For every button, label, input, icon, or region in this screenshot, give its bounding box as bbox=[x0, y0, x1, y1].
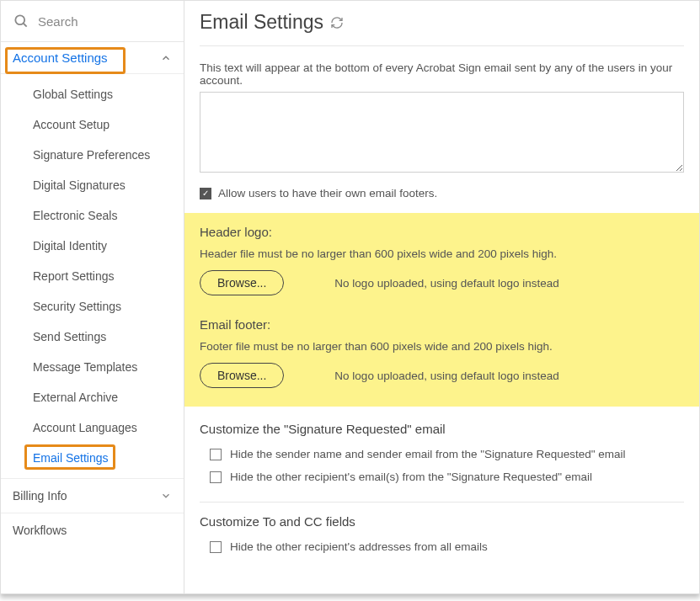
header-logo-status: No logo uploaded, using default logo ins… bbox=[334, 277, 558, 290]
email-footer-title: Email footer: bbox=[200, 317, 684, 332]
nav-digital-identity[interactable]: Digital Identity bbox=[1, 231, 184, 261]
email-footer-desc: Footer file must be no larger than 600 p… bbox=[200, 340, 684, 353]
nav-section-label: Workflows bbox=[13, 524, 67, 537]
svg-line-1 bbox=[24, 24, 27, 27]
nav-global-settings[interactable]: Global Settings bbox=[1, 79, 184, 109]
refresh-icon[interactable] bbox=[330, 16, 344, 29]
option-label: Hide the other recipient's addresses fro… bbox=[230, 540, 488, 553]
nav-report-settings[interactable]: Report Settings bbox=[1, 261, 184, 291]
email-footer-status: No logo uploaded, using default logo ins… bbox=[334, 370, 558, 382]
option-label: Hide the other recipient's email(s) from… bbox=[230, 471, 592, 483]
sigreq-hide-recipients-row[interactable]: Hide the other recipient's email(s) from… bbox=[200, 467, 684, 490]
nav-security-settings[interactable]: Security Settings bbox=[1, 291, 184, 322]
allow-footers-label: Allow users to have their own email foot… bbox=[218, 187, 437, 199]
nav-digital-signatures[interactable]: Digital Signatures bbox=[1, 170, 184, 200]
tocc-section: Customize To and CC fields Hide the othe… bbox=[200, 514, 684, 560]
nav-send-settings[interactable]: Send Settings bbox=[1, 322, 184, 352]
footer-intro-text: This text will appear at the bottom of e… bbox=[200, 61, 684, 87]
highlighted-upload-section: Header logo: Header file must be no larg… bbox=[184, 213, 699, 407]
search-row bbox=[1, 1, 184, 42]
sigreq-hide-sender-row[interactable]: Hide the sender name and sender email fr… bbox=[200, 444, 684, 467]
header-logo-title: Header logo: bbox=[200, 225, 684, 239]
search-input[interactable] bbox=[38, 14, 172, 29]
svg-point-0 bbox=[15, 15, 24, 24]
email-footer-browse-button[interactable]: Browse... bbox=[200, 363, 284, 388]
sigreq-title: Customize the "Signature Requested" emai… bbox=[200, 422, 684, 436]
nav-account-setup[interactable]: Account Setup bbox=[1, 109, 184, 140]
nav-header-label: Account Settings bbox=[13, 51, 108, 65]
email-footer-browse-row: Browse... No logo uploaded, using defaul… bbox=[200, 363, 684, 388]
sidebar: Account Settings Global Settings Account… bbox=[1, 1, 184, 593]
tocc-hide-addresses-row[interactable]: Hide the other recipient's addresses fro… bbox=[200, 537, 684, 560]
nav-account-languages[interactable]: Account Languages bbox=[1, 412, 184, 443]
page-title: Email Settings bbox=[200, 11, 684, 34]
email-footer-textarea[interactable] bbox=[200, 92, 684, 173]
nav-list: Global Settings Account Setup Signature … bbox=[1, 74, 184, 478]
main-content: Email Settings This text will appear at … bbox=[184, 1, 699, 593]
header-logo-browse-button[interactable]: Browse... bbox=[200, 270, 284, 295]
nav-account-settings[interactable]: Account Settings bbox=[1, 42, 184, 74]
header-logo-desc: Header file must be no larger than 600 p… bbox=[200, 247, 684, 260]
nav-signature-preferences[interactable]: Signature Preferences bbox=[1, 140, 184, 170]
nav-external-archive[interactable]: External Archive bbox=[1, 382, 184, 412]
nav-section-label: Billing Info bbox=[13, 489, 67, 503]
divider bbox=[200, 502, 684, 503]
nav-message-templates[interactable]: Message Templates bbox=[1, 352, 184, 382]
option-label: Hide the sender name and sender email fr… bbox=[230, 448, 626, 460]
nav-workflows[interactable]: Workflows bbox=[1, 513, 184, 547]
chevron-down-icon bbox=[160, 490, 172, 502]
chevron-up-icon bbox=[160, 52, 172, 64]
checkbox-icon bbox=[210, 471, 222, 483]
nav-billing-info[interactable]: Billing Info bbox=[1, 478, 184, 513]
checkbox-icon bbox=[210, 541, 222, 553]
tocc-title: Customize To and CC fields bbox=[200, 514, 684, 529]
sigreq-section: Customize the "Signature Requested" emai… bbox=[200, 422, 684, 490]
allow-footers-row[interactable]: ✓ Allow users to have their own email fo… bbox=[200, 187, 684, 199]
checkbox-checked-icon: ✓ bbox=[200, 188, 211, 199]
divider bbox=[200, 45, 684, 46]
nav-email-settings[interactable]: Email Settings bbox=[1, 443, 184, 473]
search-icon bbox=[13, 13, 29, 29]
app-frame: Account Settings Global Settings Account… bbox=[0, 0, 700, 594]
header-logo-browse-row: Browse... No logo uploaded, using defaul… bbox=[200, 270, 684, 295]
nav-electronic-seals[interactable]: Electronic Seals bbox=[1, 200, 184, 231]
checkbox-icon bbox=[210, 449, 222, 460]
